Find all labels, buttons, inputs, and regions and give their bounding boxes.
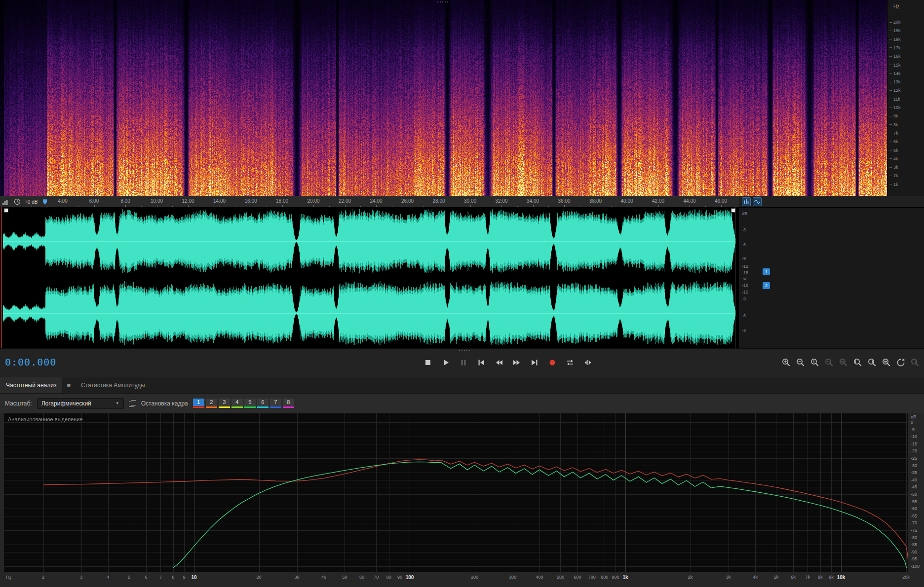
zoom-full-icon	[910, 358, 920, 367]
skip-to-start-button[interactable]	[475, 357, 487, 368]
hold-button-2[interactable]: 2	[206, 399, 217, 408]
channel-badge-1[interactable]: 1	[763, 268, 770, 275]
hold-button-8[interactable]: 8	[283, 399, 294, 408]
timeline-tick-label: 42:00	[652, 198, 664, 204]
y-tick-label: -50	[911, 492, 917, 497]
hold-button-3[interactable]: 3	[219, 399, 230, 408]
stop-button[interactable]	[422, 357, 434, 368]
zoom-selection-button[interactable]	[882, 358, 891, 367]
spectral-view-toggle[interactable]	[742, 197, 751, 206]
panel-menu-icon[interactable]: ≡	[62, 377, 75, 393]
hold-button-1[interactable]: 1	[193, 399, 204, 408]
zoom-to-selection-button[interactable]	[839, 358, 848, 367]
levels-icon[interactable]	[2, 198, 10, 206]
timeline-tick-label: 6:00	[89, 198, 99, 204]
ruler-toolbar: +0 dB	[2, 197, 49, 206]
spectral-display[interactable]	[0, 0, 887, 196]
y-tick-label: -20	[911, 448, 917, 453]
playhead[interactable]	[1, 207, 2, 348]
skip-to-end-button[interactable]	[529, 357, 540, 368]
tab-amplitude-statistics[interactable]: Статистика Амплитуды	[75, 377, 151, 393]
x-tick-label: 500	[557, 575, 564, 580]
frequency-ruler-tick: 1k	[889, 182, 898, 187]
zoom-amplitude-out-button[interactable]	[824, 358, 834, 367]
panel-grip[interactable]	[437, 1, 448, 2]
zoom-full-button[interactable]	[910, 358, 920, 367]
tab-frequency-analysis[interactable]: Частотный анализ	[0, 377, 62, 393]
frequency-chart-canvas[interactable]	[4, 413, 908, 572]
loop-playback-button[interactable]	[564, 357, 576, 368]
frequency-ruler-tick: 4k	[889, 156, 898, 161]
gain-label[interactable]: +0 dB	[25, 199, 38, 205]
y-tick-label: -5	[911, 427, 915, 432]
zoom-out-point-button[interactable]	[867, 358, 877, 367]
x-tick-label: 7k	[806, 575, 810, 580]
amplitude-ruler-tick: -6	[742, 242, 746, 247]
scale-dropdown[interactable]: Логарифмический ▼	[37, 398, 124, 409]
hold-color-bar	[283, 406, 294, 408]
amplitude-ruler[interactable]: 1 2 dB-3-6-9-12-18-∞-18-12-9-6-3	[739, 207, 924, 349]
skip-selection-button[interactable]	[582, 357, 594, 368]
x-axis-unit: Гц	[6, 575, 11, 580]
y-tick-label: -100	[911, 564, 920, 569]
amplitude-ruler-tick: -12	[742, 264, 748, 269]
fade-in-handle[interactable]	[4, 208, 8, 213]
zoom-out-button[interactable]	[796, 358, 806, 367]
timeline-tick-label: 14:00	[213, 198, 226, 204]
zoom-in-point-button[interactable]	[853, 358, 863, 367]
fast-forward-button[interactable]	[511, 357, 523, 368]
zoom-in-button[interactable]	[781, 358, 791, 367]
hold-label: Остановка кадра	[141, 400, 188, 407]
frequency-ruler[interactable]: Hz 20k19k18k17k16k15k14k13k12k11k10k9k8k…	[887, 0, 924, 196]
x-tick-label: 600	[574, 575, 581, 580]
copy-graph-icon[interactable]	[129, 400, 136, 406]
rewind-icon	[495, 358, 503, 367]
record-button[interactable]	[546, 357, 558, 368]
amplitude-ruler-tick: -18	[742, 283, 748, 288]
x-tick-label: 10	[191, 575, 196, 580]
y-tick-label: -70	[911, 520, 917, 525]
time-display[interactable]: 0:00.000	[5, 356, 56, 368]
timeline-ruler[interactable]: +0 dB 4:006:008:0010:0012:0014:0016:0018…	[0, 196, 739, 208]
amplitude-ruler-tick: -6	[742, 313, 746, 318]
hold-button-7[interactable]: 7	[270, 399, 281, 408]
y-tick-label: -95	[911, 556, 917, 561]
skip-start-icon	[477, 358, 486, 367]
waveform-view-toggle[interactable]	[753, 197, 762, 206]
analysis-controls: Масштаб: Логарифмический ▼ Остановка кад…	[0, 393, 924, 413]
forward-icon	[512, 358, 521, 367]
record-icon	[548, 358, 557, 367]
hold-button-4[interactable]: 4	[231, 399, 243, 408]
y-tick-label: -80	[911, 535, 917, 540]
amplitude-ruler-tick: -∞	[742, 276, 746, 281]
spectrogram-canvas[interactable]	[0, 0, 887, 196]
ruler-right-controls	[739, 196, 924, 207]
zoom-amplitude-in-button[interactable]	[810, 358, 820, 367]
timeline-tick-label: 46:00	[715, 198, 727, 204]
marker-icon[interactable]	[41, 198, 49, 206]
frequency-ruler-tick: 17k	[889, 45, 901, 50]
frequency-ruler-tick: 8k	[889, 122, 898, 127]
clock-icon[interactable]	[13, 198, 21, 206]
hold-button-6[interactable]: 6	[257, 399, 269, 408]
pause-button[interactable]	[458, 357, 469, 368]
channel-badge-2[interactable]: 2	[763, 282, 770, 289]
frequency-ruler-tick: 14k	[889, 71, 901, 76]
rewind-button[interactable]	[493, 357, 505, 368]
skip-end-icon	[530, 358, 539, 367]
waveform-view[interactable]	[0, 207, 739, 348]
x-tick-label: 30	[294, 575, 299, 580]
fade-out-handle[interactable]	[731, 208, 735, 213]
timeline-tick-label: 36:00	[558, 198, 570, 204]
play-button[interactable]	[440, 357, 452, 368]
waveform-canvas[interactable]	[0, 207, 739, 348]
timeline-tick-label: 26:00	[401, 198, 414, 204]
panel-grip[interactable]	[459, 350, 470, 351]
x-tick-label: 7	[159, 575, 162, 580]
hold-button-5[interactable]: 5	[244, 399, 256, 408]
panel-tab-bar: Частотный анализ ≡ Статистика Амплитуды	[0, 377, 924, 394]
zoom-amp-in-icon	[810, 358, 820, 367]
frequency-analysis-chart[interactable]: Анализированное выделение дБ Гц 23456789…	[0, 413, 924, 587]
frequency-ruler-tick: 9k	[889, 113, 898, 118]
reset-zoom-button[interactable]	[896, 358, 906, 367]
